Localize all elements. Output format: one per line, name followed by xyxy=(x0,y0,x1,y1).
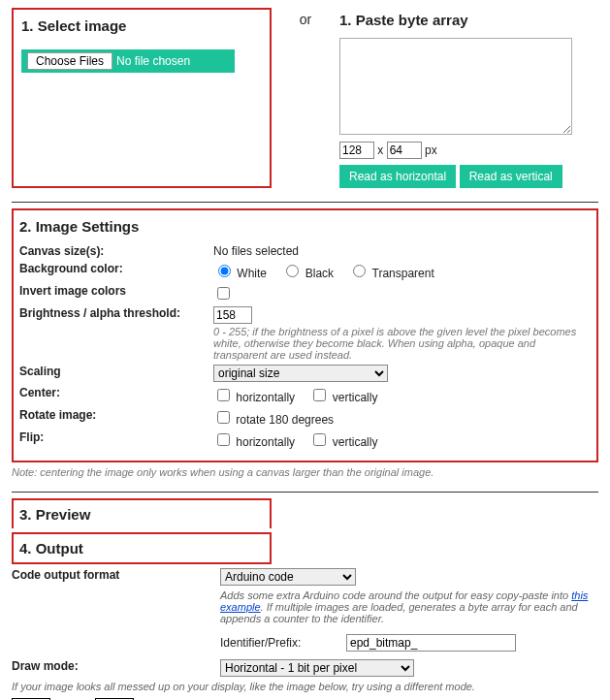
select-image-section: 1. Select image Choose Files No file cho… xyxy=(12,8,272,188)
flip-label: Flip: xyxy=(19,430,213,449)
output-section: Code output format Arduino code Adds som… xyxy=(12,568,598,700)
times-label: x xyxy=(377,143,383,157)
draw-mode-label: Draw mode: xyxy=(12,659,220,677)
bg-transparent-option[interactable]: Transparent xyxy=(348,267,433,280)
scaling-select[interactable]: original size xyxy=(213,365,388,382)
scaling-label: Scaling xyxy=(19,365,213,382)
rotate-image-label: Rotate image: xyxy=(19,408,213,427)
rotate-180-checkbox[interactable] xyxy=(217,411,230,424)
canvas-size-label: Canvas size(s): xyxy=(19,244,213,258)
output-title: 4. Output xyxy=(19,540,264,557)
or-label: or xyxy=(272,8,339,188)
code-output-format-hint: Adds some extra Arduino code around the … xyxy=(220,589,598,624)
invert-colors-label: Invert image colors xyxy=(19,284,213,302)
draw-mode-select[interactable]: Horizontal - 1 bit per pixel xyxy=(220,659,414,677)
center-vertical-checkbox[interactable] xyxy=(313,389,326,401)
image-settings-section: 2. Image Settings Canvas size(s): No fil… xyxy=(12,208,598,462)
invert-colors-checkbox[interactable] xyxy=(217,287,230,300)
select-image-title: 1. Select image xyxy=(21,17,262,34)
brightness-threshold-input[interactable] xyxy=(213,306,252,324)
paste-title: 1. Paste byte array xyxy=(339,12,598,28)
no-file-chosen-label: No file chosen xyxy=(116,54,190,68)
read-vertical-button[interactable]: Read as vertical xyxy=(460,165,562,188)
center-horizontal-option[interactable]: horizontally xyxy=(213,391,295,404)
byte-array-height-input[interactable] xyxy=(387,142,422,159)
canvas-size-value: No files selected xyxy=(213,244,591,258)
byte-array-textarea[interactable] xyxy=(339,38,572,135)
divider xyxy=(12,202,598,203)
center-vertical-option[interactable]: vertically xyxy=(309,391,377,404)
paste-byte-array-section: 1. Paste byte array x px Read as horizon… xyxy=(339,8,598,188)
bg-white-option[interactable]: White xyxy=(213,267,267,280)
code-output-format-select[interactable]: Arduino code xyxy=(220,568,356,586)
read-horizontal-button[interactable]: Read as horizontal xyxy=(339,165,456,188)
image-settings-title: 2. Image Settings xyxy=(19,218,591,235)
px-label: px xyxy=(425,143,437,157)
center-label: Center: xyxy=(19,386,213,404)
draw-mode-hint: If your image looks all messed up on you… xyxy=(12,681,598,692)
preview-title: 3. Preview xyxy=(19,506,264,523)
output-section-heading: 4. Output xyxy=(12,532,272,564)
center-horizontal-checkbox[interactable] xyxy=(217,389,230,401)
brightness-threshold-label: Brightness / alpha threshold: xyxy=(19,306,213,361)
choose-files-wrap: Choose Files No file chosen xyxy=(21,49,235,73)
flip-horizontal-checkbox[interactable] xyxy=(217,433,230,446)
flip-vertical-option[interactable]: vertically xyxy=(309,435,377,449)
choose-files-button[interactable]: Choose Files xyxy=(27,52,112,70)
divider xyxy=(12,492,598,493)
flip-horizontal-option[interactable]: horizontally xyxy=(213,435,295,449)
background-color-label: Background color: xyxy=(19,262,213,280)
brightness-hint: 0 - 255; if the brightness of a pixel is… xyxy=(213,326,591,361)
identifier-prefix-label: Identifier/Prefix: xyxy=(220,636,346,650)
byte-array-width-input[interactable] xyxy=(339,142,374,159)
flip-vertical-checkbox[interactable] xyxy=(313,433,326,446)
bg-black-option[interactable]: Black xyxy=(281,267,334,280)
bg-black-radio[interactable] xyxy=(286,265,299,277)
identifier-prefix-input[interactable] xyxy=(346,634,516,652)
centering-note: Note: centering the image only works whe… xyxy=(12,466,598,478)
code-output-format-label: Code output format xyxy=(12,568,220,652)
bg-transparent-radio[interactable] xyxy=(353,265,366,277)
bg-white-radio[interactable] xyxy=(218,265,231,277)
rotate-180-option[interactable]: rotate 180 degrees xyxy=(213,413,334,427)
preview-section: 3. Preview xyxy=(12,498,272,528)
